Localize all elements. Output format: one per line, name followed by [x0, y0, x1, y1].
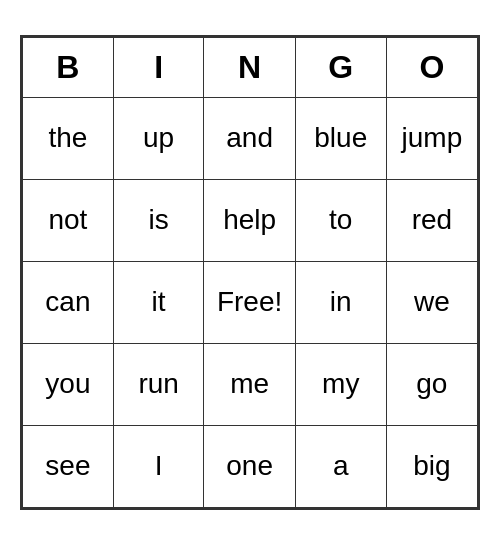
header-b: B: [23, 37, 114, 97]
table-cell: jump: [386, 97, 477, 179]
table-cell: not: [23, 179, 114, 261]
table-row: yourunmemygo: [23, 343, 478, 425]
table-row: canitFree!inwe: [23, 261, 478, 343]
table-cell: up: [113, 97, 204, 179]
table-cell: one: [204, 425, 295, 507]
header-o: O: [386, 37, 477, 97]
table-cell: help: [204, 179, 295, 261]
table-cell: blue: [295, 97, 386, 179]
header-row: B I N G O: [23, 37, 478, 97]
table-row: theupandbluejump: [23, 97, 478, 179]
table-row: notishelptored: [23, 179, 478, 261]
bingo-card: B I N G O theupandbluejumpnotishelptored…: [20, 35, 480, 510]
table-cell: red: [386, 179, 477, 261]
table-cell: in: [295, 261, 386, 343]
table-cell: go: [386, 343, 477, 425]
table-cell: can: [23, 261, 114, 343]
table-cell: see: [23, 425, 114, 507]
header-n: N: [204, 37, 295, 97]
table-cell: Free!: [204, 261, 295, 343]
header-g: G: [295, 37, 386, 97]
table-row: seeIoneabig: [23, 425, 478, 507]
table-cell: big: [386, 425, 477, 507]
table-cell: I: [113, 425, 204, 507]
table-cell: we: [386, 261, 477, 343]
table-cell: my: [295, 343, 386, 425]
header-i: I: [113, 37, 204, 97]
table-cell: you: [23, 343, 114, 425]
table-cell: run: [113, 343, 204, 425]
bingo-table: B I N G O theupandbluejumpnotishelptored…: [22, 37, 478, 508]
table-cell: the: [23, 97, 114, 179]
table-cell: it: [113, 261, 204, 343]
table-cell: is: [113, 179, 204, 261]
table-cell: a: [295, 425, 386, 507]
table-cell: and: [204, 97, 295, 179]
table-cell: to: [295, 179, 386, 261]
table-cell: me: [204, 343, 295, 425]
